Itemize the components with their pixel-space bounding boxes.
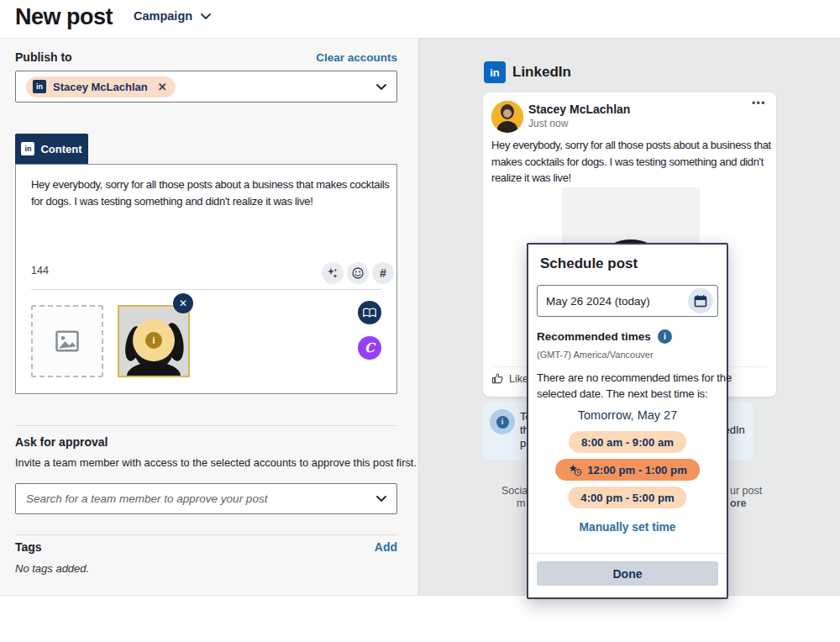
calendar-icon[interactable] <box>688 288 713 313</box>
best-time-star-clock-icon <box>568 464 582 476</box>
footnote-fragment: m <box>517 497 525 509</box>
linkedin-icon: in <box>33 80 46 93</box>
network-header: in LinkedIn <box>484 61 571 83</box>
composer-footer <box>0 595 840 642</box>
top-header: New post Campaign <box>0 0 840 38</box>
manually-set-time-link[interactable]: Manually set time <box>528 521 727 534</box>
editor-toolbar: # <box>322 262 394 284</box>
canva-icon[interactable]: C <box>358 336 381 360</box>
learn-more-link-fragment[interactable]: ore <box>730 497 746 509</box>
footnote-fragment: Social <box>501 485 530 497</box>
tags-empty-text: No tags added. <box>15 562 89 575</box>
campaign-label: Campaign <box>134 9 192 23</box>
time-slot-option[interactable]: 4:00 pm - 5:00 pm <box>568 487 686 508</box>
preview-post-text: Hey everybody, sorry for all those posts… <box>491 137 771 187</box>
add-tag-link[interactable]: Add <box>375 540 397 554</box>
post-menu-icon[interactable]: ••• <box>752 97 766 109</box>
preview-timestamp: Just now <box>528 118 568 129</box>
divider <box>31 289 381 290</box>
publish-to-label: Publish to <box>15 50 72 64</box>
linkedin-icon: in <box>21 142 34 155</box>
ai-sparkles-icon[interactable] <box>322 262 344 284</box>
date-field[interactable]: May 26 2024 (today) <box>537 285 718 317</box>
character-count: 144 <box>31 265 49 276</box>
done-button[interactable]: Done <box>537 561 718 586</box>
chevron-down-icon <box>376 496 386 502</box>
divider <box>15 534 397 535</box>
attached-image-thumbnail[interactable]: i <box>118 305 190 377</box>
chevron-down-icon <box>201 13 211 19</box>
divider <box>15 425 397 426</box>
approval-description: Invite a team member with access to the … <box>15 456 417 469</box>
footnote-fragment: ur post <box>730 485 762 497</box>
account-chip[interactable]: in Stacey McLachlan ✕ <box>26 76 176 97</box>
time-slot-option[interactable]: 8:00 am - 9:00 am <box>569 431 686 453</box>
schedule-post-modal: Schedule post May 26 2024 (today) Recomm… <box>527 243 728 599</box>
next-best-day-label: Tomorrow, May 27 <box>528 408 727 422</box>
like-button[interactable]: Like <box>491 372 528 385</box>
hashtag-icon[interactable]: # <box>372 262 394 284</box>
approval-search-input[interactable] <box>26 492 376 505</box>
page-title: New post <box>15 4 113 30</box>
emoji-icon[interactable] <box>347 262 369 284</box>
linkedin-icon: in <box>484 61 506 83</box>
tags-title: Tags <box>15 540 42 554</box>
approval-title: Ask for approval <box>15 435 108 449</box>
svg-text:i: i <box>152 335 155 345</box>
tab-content[interactable]: in Content <box>15 134 88 164</box>
info-icon: i <box>490 409 515 434</box>
network-title: LinkedIn <box>512 64 571 81</box>
timezone-label: (GMT-7) America/Vancouver <box>537 350 654 360</box>
account-select[interactable]: in Stacey McLachlan ✕ <box>15 71 397 103</box>
campaign-dropdown[interactable]: Campaign <box>134 9 211 23</box>
content-library-icon[interactable] <box>358 301 381 324</box>
dog-photo: i <box>119 307 188 376</box>
recommended-times-row: Recommended times i <box>537 329 672 344</box>
thumbs-up-icon <box>491 372 504 385</box>
like-label: Like <box>509 373 528 385</box>
time-slot-option[interactable]: 12:00 pm - 1:00 pm <box>555 459 700 481</box>
recommended-times-label: Recommended times <box>537 330 651 343</box>
content-tab-label: Content <box>40 143 81 155</box>
remove-account-icon[interactable]: ✕ <box>158 81 167 93</box>
clear-accounts-link[interactable]: Clear accounts <box>316 51 397 64</box>
remove-image-icon[interactable]: ✕ <box>173 293 193 313</box>
account-name: Stacey McLachlan <box>53 81 148 93</box>
post-editor-text[interactable]: Hey everybody, sorry for all those posts… <box>31 176 390 210</box>
avatar <box>491 101 523 133</box>
preview-author: Stacey McLachlan <box>528 103 630 116</box>
add-media-dropzone[interactable] <box>31 305 103 377</box>
approval-search[interactable] <box>15 483 397 514</box>
divider <box>528 553 727 554</box>
info-icon[interactable]: i <box>658 329 672 344</box>
date-value: May 26 2024 (today) <box>546 295 650 308</box>
no-times-message: There are no recommended times for the s… <box>537 370 732 402</box>
image-placeholder-icon <box>55 329 80 354</box>
chevron-down-icon <box>376 84 386 90</box>
modal-title: Schedule post <box>540 255 638 272</box>
